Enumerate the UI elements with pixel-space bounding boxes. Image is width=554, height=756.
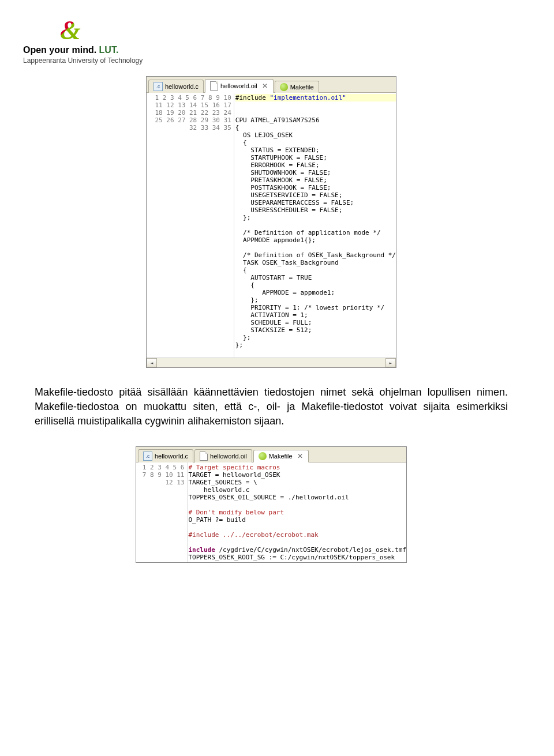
- scroll-track[interactable]: [157, 358, 385, 367]
- tab-label: Makefile: [290, 84, 314, 91]
- document-page: & Open your mind. LUT. Lappeenranta Univ…: [0, 0, 554, 586]
- horizontal-scrollbar[interactable]: ◄ ►: [147, 358, 396, 367]
- scroll-right-button[interactable]: ►: [385, 358, 396, 367]
- logo-block: & Open your mind. LUT. Lappeenranta Univ…: [23, 17, 519, 65]
- code-editor: 1 2 3 4 5 6 7 8 9 10 11 12 13 # Target s…: [136, 462, 406, 562]
- c-file-icon: .c: [143, 452, 152, 461]
- tab-label: helloworld.c: [165, 83, 199, 90]
- editor-tab[interactable]: .chelloworld.c: [148, 80, 204, 93]
- editor-tab[interactable]: Makefile✕: [253, 450, 309, 462]
- tab-label: helloworld.oil: [210, 453, 247, 460]
- editor-tab[interactable]: helloworld.oil✕: [205, 79, 274, 93]
- code-area[interactable]: # Target specific macros TARGET = hellow…: [188, 462, 407, 562]
- tab-label: helloworld.c: [155, 453, 188, 460]
- close-icon[interactable]: ✕: [297, 453, 304, 460]
- tagline-lut: LUT.: [96, 45, 118, 55]
- close-icon[interactable]: ✕: [261, 82, 268, 89]
- editor-tab-bar: .chelloworld.chelloworld.oil✕Makefile: [147, 77, 396, 93]
- file-icon: [200, 452, 208, 461]
- body-paragraph: Makefile-tiedosto pitää sisällään käänne…: [35, 385, 508, 429]
- tagline-part1: Open your mind.: [23, 45, 96, 55]
- scroll-left-button[interactable]: ◄: [147, 358, 157, 367]
- editor-tab[interactable]: Makefile: [275, 81, 319, 93]
- editor-tab[interactable]: .chelloworld.c: [138, 449, 193, 462]
- makefile-icon: [259, 452, 267, 460]
- c-file-icon: .c: [154, 82, 163, 91]
- tab-label: Makefile: [269, 453, 293, 460]
- university-name: Lappeenranta University of Technology: [23, 57, 519, 65]
- editor-screenshot-oil: .chelloworld.chelloworld.oil✕Makefile 1 …: [146, 76, 396, 368]
- code-area[interactable]: #include "implementation.oil" CPU ATMEL_…: [234, 93, 396, 358]
- code-editor: 1 2 3 4 5 6 7 8 9 10 11 12 13 14 15 16 1…: [147, 93, 396, 358]
- line-gutter: 1 2 3 4 5 6 7 8 9 10 11 12 13 14 15 16 1…: [147, 93, 234, 358]
- file-icon: [210, 81, 218, 91]
- logo-tagline: Open your mind. LUT.: [23, 45, 519, 55]
- editor-tab-bar: .chelloworld.chelloworld.oilMakefile✕: [136, 447, 406, 462]
- line-gutter: 1 2 3 4 5 6 7 8 9 10 11 12 13: [136, 462, 188, 562]
- tab-label: helloworld.oil: [220, 82, 257, 89]
- logo-ampersand-icon: &: [60, 17, 81, 44]
- editor-tab[interactable]: helloworld.oil: [194, 449, 252, 462]
- makefile-icon: [280, 83, 288, 91]
- editor-screenshot-makefile: .chelloworld.chelloworld.oilMakefile✕ 1 …: [136, 446, 407, 563]
